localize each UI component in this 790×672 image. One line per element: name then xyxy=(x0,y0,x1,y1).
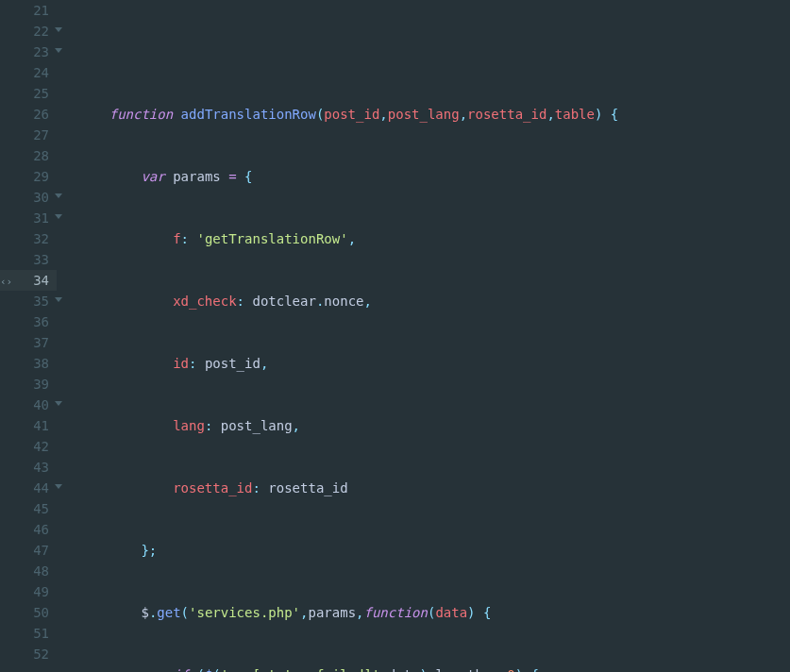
line-number[interactable]: 23 xyxy=(0,42,57,62)
diff-indicator-icon: ‹› xyxy=(0,272,12,293)
line-number[interactable]: 30 xyxy=(0,187,57,208)
code-line: }; xyxy=(77,540,674,561)
code-line: var params = { xyxy=(77,166,674,187)
line-number[interactable]: 52 xyxy=(0,644,57,664)
code-line: xd_check: dotclear.nonce, xyxy=(77,291,674,311)
line-number[interactable]: 21 xyxy=(0,0,57,21)
line-number[interactable]: 41 xyxy=(0,415,57,436)
line-number[interactable]: 35 xyxy=(0,291,57,311)
line-number[interactable]: 22 xyxy=(0,21,57,42)
line-number[interactable]: 50 xyxy=(0,602,57,623)
line-number[interactable]: 31 xyxy=(0,208,57,228)
line-number[interactable]: 45 xyxy=(0,498,57,519)
line-number[interactable]: 33 xyxy=(0,249,57,270)
line-number[interactable]: 32 xyxy=(0,228,57,249)
code-line: f: 'getTranslationRow', xyxy=(77,228,674,249)
line-number[interactable]: 42 xyxy=(0,436,57,457)
line-number[interactable]: 48 xyxy=(0,561,57,581)
line-number[interactable]: 37 xyxy=(0,332,57,353)
code-area[interactable]: function addTranslationRow(post_id,post_… xyxy=(57,0,674,672)
code-line: rosetta_id: rosetta_id xyxy=(77,478,674,498)
code-line: lang: post_lang, xyxy=(77,415,674,436)
code-line xyxy=(77,42,674,62)
line-number[interactable]: 44 xyxy=(0,478,57,498)
line-number[interactable]: 38 xyxy=(0,353,57,374)
line-number[interactable]: 27 xyxy=(0,125,57,145)
line-number[interactable]: 34‹› xyxy=(0,270,57,291)
line-number[interactable]: 28 xyxy=(0,145,57,166)
code-editor[interactable]: 2122232425262728293031323334‹›3536373839… xyxy=(0,0,790,672)
line-number[interactable]: 29 xyxy=(0,166,57,187)
line-number[interactable]: 36 xyxy=(0,311,57,332)
line-number[interactable]: 25 xyxy=(0,83,57,104)
line-number[interactable]: 40 xyxy=(0,395,57,415)
line-number[interactable]: 46 xyxy=(0,519,57,540)
line-number-gutter: 2122232425262728293031323334‹›3536373839… xyxy=(0,0,57,672)
line-number[interactable]: 43 xyxy=(0,457,57,478)
line-number[interactable]: 26 xyxy=(0,104,57,125)
line-number[interactable]: 39 xyxy=(0,374,57,395)
line-number[interactable]: 24 xyxy=(0,62,57,83)
code-line: id: post_id, xyxy=(77,353,674,374)
line-number[interactable]: 49 xyxy=(0,581,57,602)
code-line: function addTranslationRow(post_id,post_… xyxy=(77,104,674,125)
line-number[interactable]: 51 xyxy=(0,623,57,644)
code-line: if ($('rsp[status=failed]',data).length … xyxy=(77,664,674,672)
code-line: $.get('services.php',params,function(dat… xyxy=(77,602,674,623)
line-number[interactable]: 47 xyxy=(0,540,57,561)
